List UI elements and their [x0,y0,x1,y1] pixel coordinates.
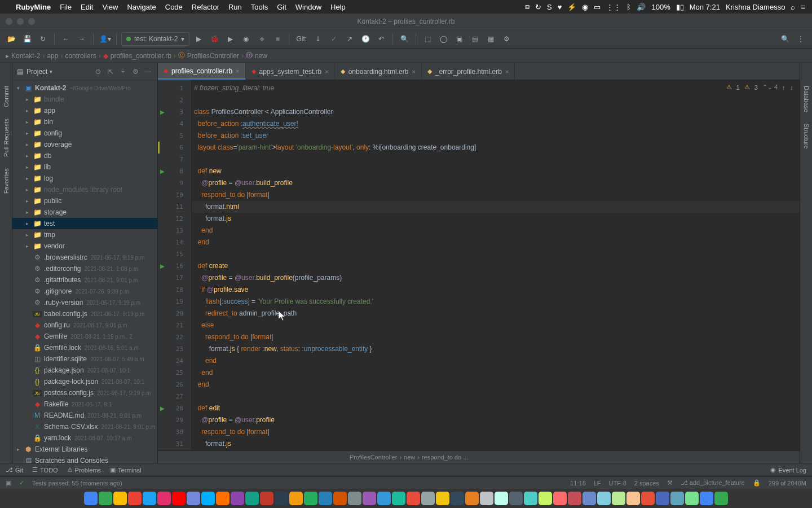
code-line[interactable] [192,154,800,165]
menu-help[interactable]: Help [330,3,346,11]
tab-onboarding-erb[interactable]: ◆ onboarding.html.erb × [335,63,422,80]
display-icon[interactable]: ▭ [594,3,601,11]
dock-app[interactable] [84,492,98,505]
code-with-me-icon[interactable]: 👤▾ [98,32,112,46]
coverage-icon[interactable]: ▶̤ [223,32,237,46]
tree-file[interactable]: JSpostcss.config.js2021-06-17, 9:19 p.m [12,387,157,398]
structure-tool-tab[interactable]: Structure [803,124,810,149]
tree-folder[interactable]: ▸📁bin [12,116,157,128]
line-separator[interactable]: LF [594,480,601,487]
tree-folder[interactable]: ▸📁node_modules library root [12,184,157,195]
tree-file[interactable]: 🔒Gemfile.lock2021-08-16, 5:01 a.m [12,342,157,353]
dock-app[interactable] [553,492,567,505]
history-icon[interactable]: 🕐 [359,32,372,46]
tree-file[interactable]: ⚙.ruby-version2021-06-17, 9:19 p.m [12,297,157,308]
menu-navigate[interactable]: Navigate [127,3,156,11]
tree-folder[interactable]: ▸📁lib [12,161,157,173]
rollback-icon[interactable]: ↶ [374,32,388,46]
code-line[interactable]: respond_to do |format| [192,426,800,438]
heart-icon[interactable]: ♥ [558,3,562,11]
menu-window[interactable]: Window [295,3,321,11]
code-line[interactable]: if @profile.save [192,284,800,296]
menu-tools[interactable]: Tools [251,3,268,11]
dock-app[interactable] [407,492,420,505]
dock-app[interactable] [377,492,391,505]
code-line[interactable] [192,94,800,106]
slack-icon[interactable]: S [547,3,552,11]
dock-app[interactable] [363,492,376,505]
user-name[interactable]: Krishna Diamesso [726,3,785,11]
terminal-tool-tab[interactable]: ▣Terminal [110,466,142,474]
dock-app[interactable] [685,492,699,505]
dock-app[interactable] [641,492,655,505]
tree-file[interactable]: ◫identifier.sqlite2021-08-07, 5:49 a.m [12,353,157,365]
sync-icon[interactable]: ↻ [535,3,541,11]
code-line[interactable]: format.js [192,438,800,450]
external-libraries[interactable]: ▸⬢External Libraries [12,444,157,455]
code-line[interactable]: end [192,379,800,391]
tree-file[interactable]: ⚙.gitignore2021-07-26, 9:39 p.m [12,286,157,297]
tree-folder[interactable]: ▸📁config [12,128,157,139]
dock-app[interactable] [568,492,581,505]
code-line[interactable]: end [192,355,800,367]
tree-file[interactable]: ◆Rakefile2021-06-17, 9:1 [12,398,157,410]
problems-tool-tab[interactable]: ⚠Problems [67,466,101,474]
tree-root[interactable]: ▾▣ Kontakt-2 ~/Google Drive/Web/Pro [12,82,157,94]
bluetooth-icon[interactable]: ᛒ [626,3,631,11]
dock-app[interactable] [231,492,244,505]
weak-warning-icon[interactable]: ⚠ [744,84,750,91]
tree-file[interactable]: 🔒yarn.lock2021-08-07, 10:17 a.m [12,432,157,444]
app-name[interactable]: RubyMine [16,3,51,11]
tree-folder[interactable]: ▸📁db [12,150,157,161]
tree-file[interactable]: ◆Gemfile2021-08-21, 1:19 p.m., 2 [12,331,157,342]
pull-requests-tool-tab[interactable]: Pull Requests [3,119,10,157]
commit-tool-tab[interactable]: Commit [3,86,10,107]
dock-app[interactable] [612,492,625,505]
code-line[interactable]: before_action :authenticate_user! [192,118,800,130]
tab-apps-system-test[interactable]: ◆ apps_system_test.rb × [246,63,335,80]
dock-app[interactable] [495,492,508,505]
crumb[interactable]: respond_to do ... [422,454,469,461]
code-line[interactable]: format.js { render :new, status: :unproc… [192,343,800,355]
todo-tool-tab[interactable]: ☰TODO [32,466,58,474]
tree-folder[interactable]: ▸📁app [12,105,157,116]
search-icon[interactable]: 🔍 [778,32,792,46]
dock-app[interactable] [597,492,611,505]
ide-actions-icon-3[interactable]: ▣ [452,32,466,46]
close-tab-icon[interactable]: × [412,68,415,75]
tree-file[interactable]: JSbabel.config.js2021-06-17, 9:19 p.m [12,308,157,319]
tree-file[interactable]: ⚙.gitattributes2021-08-21, 9:01 p.m [12,274,157,286]
next-highlight-icon[interactable]: ↓ [790,84,793,91]
dropbox-icon[interactable]: ⧈ [525,2,529,11]
code-line[interactable]: format.html [192,201,800,213]
menu-refactor[interactable]: Refactor [192,3,219,11]
warning-icon[interactable]: ⚠ [726,84,732,91]
code-line[interactable]: @profile = @user.profile [192,414,800,426]
tree-folder[interactable]: ▸📁coverage [12,139,157,150]
dock-app[interactable] [201,492,215,505]
crumb-method[interactable]: ⓜnew [246,51,267,60]
code-line[interactable]: layout class='param-hint'>layout 'onboar… [192,142,800,154]
tree-file[interactable]: {}package-lock.json2021-08-07, 10:1 [12,376,157,387]
encoding[interactable]: UTF-8 [609,480,626,487]
dock-app[interactable] [289,492,303,505]
code-line[interactable]: def create [192,260,800,272]
tab-profiles-controller[interactable]: ◆ profiles_controller.rb × [158,63,246,80]
dock-app[interactable] [392,492,405,505]
code-line[interactable]: respond_to do |format| [192,331,800,343]
inspect-icon[interactable]: ⚒ [667,479,673,487]
back-icon[interactable]: ← [59,32,73,46]
menu-run[interactable]: Run [228,3,242,11]
tree-folder[interactable]: ▸📁storage [12,207,157,218]
spotlight-icon[interactable]: ⌕ [791,3,795,11]
dock-app[interactable] [333,492,347,505]
code-line[interactable]: end [192,237,800,248]
macos-dock[interactable] [0,489,812,508]
commit-icon[interactable]: ✓ [327,32,341,46]
code-line[interactable]: def new [192,165,800,177]
clock[interactable]: Mon 7:21 [690,3,720,11]
tree-file[interactable]: {}package.json2021-08-07, 10:1 [12,365,157,376]
minimize-window-icon[interactable] [17,18,24,25]
editor-body[interactable]: 12▶34567▶89101112131415▶1617181920212223… [158,80,800,450]
close-tab-icon[interactable]: × [505,68,509,75]
